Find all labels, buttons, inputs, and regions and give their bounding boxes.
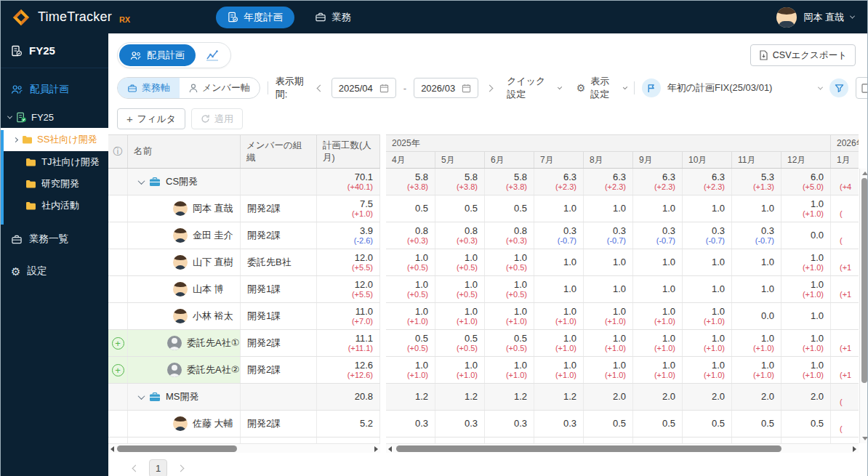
month-cell[interactable]: 1.0(+1.0): [732, 357, 781, 383]
right-horizontal-scrollbar[interactable]: [386, 443, 859, 453]
month-cell[interactable]: 0.3(-0.7): [534, 222, 584, 249]
period-next-button[interactable]: [486, 86, 494, 91]
left-horizontal-scrollbar[interactable]: [108, 443, 380, 453]
month-cell[interactable]: 1.0: [781, 303, 831, 329]
month-cell[interactable]: 1.0: [633, 276, 683, 302]
month-cell[interactable]: 1.0(+1.0): [633, 303, 683, 329]
month-cell[interactable]: 2.0: [584, 384, 633, 410]
page-number[interactable]: 1: [149, 459, 167, 476]
month-cell-clipped[interactable]: (+1: [831, 330, 859, 356]
name-cell[interactable]: 委託先A社①: [128, 330, 241, 356]
month-cell-clipped[interactable]: (: [831, 384, 859, 410]
month-cell[interactable]: 0.5: [683, 411, 732, 437]
month-cell[interactable]: 1.0(+1.0): [435, 303, 485, 329]
member-row[interactable]: 小林 裕太開発1課11.0(+7.0): [108, 303, 380, 330]
csv-export-button[interactable]: CSVエクスポート: [750, 44, 856, 66]
month-cell[interactable]: 1.0(+1.0): [633, 357, 683, 383]
sidebar-item-internal[interactable]: 社内活動: [1, 195, 108, 217]
scroll-right-arrow[interactable]: [374, 446, 378, 452]
member-row[interactable]: 岡本 直哉開発2課7.5(+1.0): [108, 195, 380, 222]
view-plan-tab[interactable]: 配員計画: [119, 44, 196, 66]
sidebar-item-research-dev[interactable]: 研究開発: [1, 173, 108, 195]
name-cell[interactable]: 山本 博: [128, 276, 241, 302]
month-cell[interactable]: 1.0(+1.0): [584, 357, 633, 383]
scrollbar-thumb[interactable]: [396, 445, 781, 452]
name-cell[interactable]: 小林 裕太: [128, 303, 241, 329]
month-cell[interactable]: 1.0: [732, 195, 781, 222]
name-cell[interactable]: 佐藤 大輔: [128, 411, 241, 437]
month-cell[interactable]: 1.0(+0.5): [435, 249, 485, 275]
month-cell[interactable]: 1.0(+1.0): [584, 303, 633, 329]
add-row-button[interactable]: +: [112, 364, 124, 376]
axis-member-tab[interactable]: メンバー軸: [180, 78, 260, 98]
month-cell[interactable]: 1.0: [534, 249, 584, 275]
name-cell[interactable]: MS開発: [128, 384, 241, 410]
month-cell-clipped[interactable]: (: [831, 195, 859, 222]
month-cell[interactable]: 0.8(+0.3): [435, 222, 485, 249]
name-cell[interactable]: 岡本 直哉: [128, 195, 241, 222]
name-cell[interactable]: 委託先A社②: [128, 357, 241, 383]
month-cell[interactable]: 6.3(+2.3): [633, 169, 683, 195]
month-cell[interactable]: 1.0: [584, 195, 633, 222]
month-cell-clipped[interactable]: [831, 303, 859, 329]
scroll-down-arrow[interactable]: [862, 437, 868, 440]
add-filter-button[interactable]: + フィルタ: [117, 108, 185, 129]
month-cell[interactable]: 1.0: [683, 249, 732, 275]
month-cell[interactable]: 0.5: [435, 195, 485, 222]
add-row-button[interactable]: +: [112, 337, 124, 350]
member-row[interactable]: 山本 博開発1課12.0(+5.5): [108, 276, 380, 303]
period-from-input[interactable]: 2025/04: [331, 78, 396, 98]
month-cell[interactable]: 1.0(+1.0): [781, 249, 831, 275]
month-cell[interactable]: 0.8(+0.3): [386, 222, 435, 249]
sidebar-item-settings[interactable]: ⚙ 設定: [1, 259, 108, 283]
month-cell[interactable]: 1.0(+1.0): [584, 330, 633, 356]
nav-gyomu[interactable]: 業務: [315, 11, 351, 24]
month-cell[interactable]: 1.0: [683, 195, 732, 222]
month-cell[interactable]: 1.0: [534, 195, 584, 222]
month-cell[interactable]: 1.0(+1.0): [781, 357, 831, 383]
month-cell[interactable]: 2.0: [633, 384, 683, 410]
month-cell[interactable]: 0.5(+0.5): [485, 330, 534, 356]
side-panel-toggle-button[interactable]: [856, 77, 867, 99]
month-cell[interactable]: 0.0: [781, 222, 831, 249]
view-chart-tab[interactable]: [196, 44, 229, 66]
tree-root-fy25[interactable]: FY25: [1, 106, 108, 128]
quick-settings-dropdown[interactable]: クイック設定: [507, 75, 562, 101]
month-cell[interactable]: 0.5(+0.5): [435, 330, 485, 356]
month-cell[interactable]: 2.0: [781, 384, 831, 410]
next-page-button[interactable]: [178, 466, 183, 471]
member-row[interactable]: +委託先A社②開発2課12.6(+12.6): [108, 357, 380, 384]
scrollbar-thumb[interactable]: [861, 178, 867, 383]
baseline-select[interactable]: 年初の計画FIX(25/03/01): [642, 78, 822, 97]
axis-gyomu-tab[interactable]: 業務軸: [118, 78, 180, 98]
month-cell[interactable]: 0.3(-0.7): [683, 222, 732, 249]
month-cell[interactable]: 0.5: [633, 411, 683, 437]
scroll-left-arrow[interactable]: [110, 446, 114, 452]
month-cell[interactable]: 1.0: [633, 195, 683, 222]
month-cell[interactable]: 0.3: [386, 411, 435, 437]
member-row[interactable]: 佐藤 大輔開発2課5.2: [108, 411, 380, 437]
month-cell[interactable]: 5.8(+3.8): [435, 169, 485, 195]
month-cell[interactable]: 0.3: [534, 411, 584, 437]
month-cell[interactable]: 2.0: [732, 384, 781, 410]
month-cell[interactable]: 6.3(+2.3): [683, 169, 732, 195]
month-cell[interactable]: 1.0(+1.0): [683, 330, 732, 356]
month-cell[interactable]: 0.3(-0.7): [584, 222, 633, 249]
month-cell[interactable]: 0.5: [732, 411, 781, 437]
month-cell[interactable]: 0.5: [781, 411, 831, 437]
scrollbar-thumb[interactable]: [117, 445, 237, 452]
month-cell[interactable]: 1.0(+1.0): [633, 330, 683, 356]
month-cell[interactable]: 1.0(+1.0): [683, 357, 732, 383]
month-cell[interactable]: 0.8(+0.3): [485, 222, 534, 249]
prev-page-button[interactable]: [133, 466, 138, 471]
sidebar-item-gyomu-list[interactable]: 業務一覧: [1, 227, 108, 251]
user-menu[interactable]: 岡本 直哉: [776, 7, 854, 28]
month-cell[interactable]: 0.5(+0.5): [386, 330, 435, 356]
month-cell[interactable]: 1.0: [732, 249, 781, 275]
month-cell[interactable]: 1.0(+1.0): [781, 195, 831, 222]
month-cell[interactable]: 1.0: [732, 276, 781, 302]
collapse-group-icon[interactable]: [138, 392, 145, 400]
info-icon[interactable]: ⓘ: [108, 135, 128, 168]
month-cell[interactable]: 1.0(+1.0): [732, 330, 781, 356]
month-cell[interactable]: 1.0(+0.5): [386, 276, 435, 302]
